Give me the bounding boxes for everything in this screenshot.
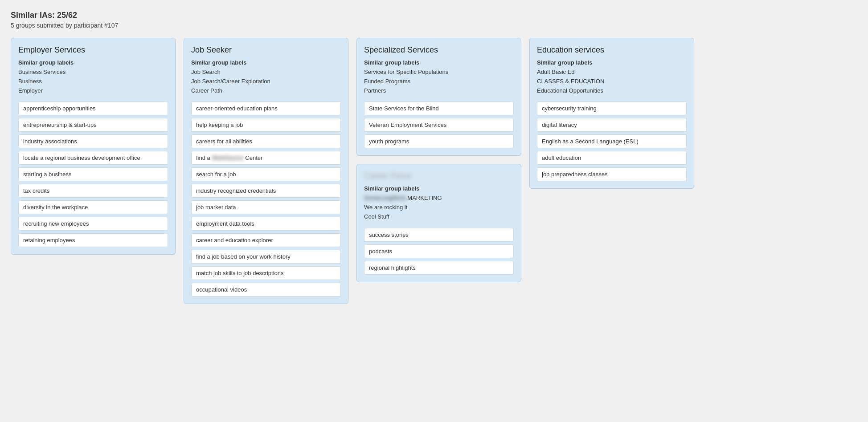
- similar-label-job-search: Job Search: [191, 68, 341, 77]
- similar-label-classes-education: CLASSES & EDUCATION: [537, 77, 687, 86]
- list-item: career-oriented education plans: [191, 101, 341, 115]
- labels-section-career-force: Similar group labels SomeLongWord MARKET…: [364, 185, 514, 221]
- list-item: industry recognized credentials: [191, 184, 341, 198]
- group-title-job-seeker: Job Seeker: [191, 45, 341, 55]
- labels-section-employer: Similar group labels Business Services B…: [18, 59, 168, 95]
- similar-label-specific-populations: Services for Specific Populations: [364, 68, 514, 77]
- page-header: Similar IAs: 25/62 5 groups submitted by…: [11, 11, 857, 29]
- list-item: starting a business: [18, 167, 168, 181]
- similar-label-educational-opportunities: Educational Opportunities: [537, 86, 687, 96]
- list-item: find a job based on your work history: [191, 250, 341, 264]
- list-item: occupational videos: [191, 283, 341, 296]
- list-item: match job skills to job descriptions: [191, 266, 341, 280]
- similar-label-employer: Employer: [18, 86, 168, 96]
- group-card-education-services: Education services Similar group labels …: [529, 38, 694, 189]
- list-item: apprenticeship opportunities: [18, 101, 168, 115]
- list-item: employment data tools: [191, 217, 341, 231]
- blurred-title: Career Force: [364, 171, 411, 181]
- group-card-employer-services: Employer Services Similar group labels B…: [11, 38, 176, 255]
- specialized-items-list: State Services for the Blind Veteran Emp…: [364, 101, 514, 148]
- list-item: adult education: [537, 151, 687, 165]
- list-item: State Services for the Blind: [364, 101, 514, 115]
- list-item: job preparedness classes: [537, 167, 687, 181]
- right-column: Specialized Services Similar group label…: [356, 38, 521, 282]
- employer-items-list: apprenticeship opportunities entrepreneu…: [18, 101, 168, 247]
- similar-labels-heading-specialized: Similar group labels: [364, 59, 514, 66]
- blurred-label: SomeLongWord: [364, 194, 406, 203]
- list-item: careers for all abilities: [191, 134, 341, 148]
- group-card-career-force: Career Force Similar group labels SomeLo…: [356, 164, 521, 282]
- list-item: locate a regional business development o…: [18, 151, 168, 165]
- list-item: entrepreneurship & start-ups: [18, 118, 168, 132]
- list-item: digital literacy: [537, 118, 687, 132]
- list-item: cybersecurity training: [537, 101, 687, 115]
- list-item: Veteran Employment Services: [364, 118, 514, 132]
- labels-section-specialized: Similar group labels Services for Specif…: [364, 59, 514, 95]
- similar-label-job-search-career: Job Search/Career Exploration: [191, 77, 341, 86]
- list-item: diversity in the workplace: [18, 200, 168, 214]
- similar-label-funded-programs: Funded Programs: [364, 77, 514, 86]
- similar-labels-heading-employer: Similar group labels: [18, 59, 168, 66]
- similar-label-career-path: Career Path: [191, 86, 341, 96]
- similar-label-rocking: We are rocking it: [364, 203, 514, 212]
- job-seeker-items-list: career-oriented education plans help kee…: [191, 101, 341, 296]
- group-title-education-services: Education services: [537, 45, 687, 55]
- list-item: tax credits: [18, 184, 168, 198]
- list-item: podcasts: [364, 244, 514, 258]
- list-item: recruiting new employees: [18, 217, 168, 231]
- similar-label-business: Business: [18, 77, 168, 86]
- list-item: English as a Second Language (ESL): [537, 134, 687, 148]
- group-title-employer-services: Employer Services: [18, 45, 168, 55]
- list-item: regional highlights: [364, 261, 514, 275]
- similar-labels-heading-job-seeker: Similar group labels: [191, 59, 341, 66]
- labels-section-education: Similar group labels Adult Basic Ed CLAS…: [537, 59, 687, 95]
- similar-labels-heading-education: Similar group labels: [537, 59, 687, 66]
- labels-section-job-seeker: Similar group labels Job Search Job Sear…: [191, 59, 341, 95]
- list-item: career and education explorer: [191, 233, 341, 247]
- groups-container: Employer Services Similar group labels B…: [11, 38, 857, 304]
- list-item: find a WorkSource Center: [191, 151, 341, 165]
- redacted-text: WorkSource: [212, 154, 243, 161]
- list-item: help keeping a job: [191, 118, 341, 132]
- list-item: job market data: [191, 200, 341, 214]
- group-title-specialized-services: Specialized Services: [364, 45, 514, 55]
- list-item: search for a job: [191, 167, 341, 181]
- group-title-career-force: Career Force: [364, 171, 514, 181]
- page-title: Similar IAs: 25/62: [11, 11, 857, 20]
- similar-label-marketing-blurred: SomeLongWord MARKETING: [364, 194, 514, 203]
- list-item: industry associations: [18, 134, 168, 148]
- list-item: success stories: [364, 228, 514, 242]
- career-force-items-list: success stories podcasts regional highli…: [364, 228, 514, 275]
- group-card-job-seeker: Job Seeker Similar group labels Job Sear…: [184, 38, 348, 304]
- education-items-list: cybersecurity training digital literacy …: [537, 101, 687, 181]
- list-item: retaining employees: [18, 233, 168, 247]
- similar-label-adult-basic-ed: Adult Basic Ed: [537, 68, 687, 77]
- page-subtitle: 5 groups submitted by participant #107: [11, 22, 857, 29]
- similar-label-partners: Partners: [364, 86, 514, 96]
- similar-label-business-services: Business Services: [18, 68, 168, 77]
- list-item: youth programs: [364, 134, 514, 148]
- similar-label-cool-stuff: Cool Stuff: [364, 212, 514, 222]
- similar-labels-heading-career-force: Similar group labels: [364, 185, 514, 192]
- group-card-specialized-services: Specialized Services Similar group label…: [356, 38, 521, 156]
